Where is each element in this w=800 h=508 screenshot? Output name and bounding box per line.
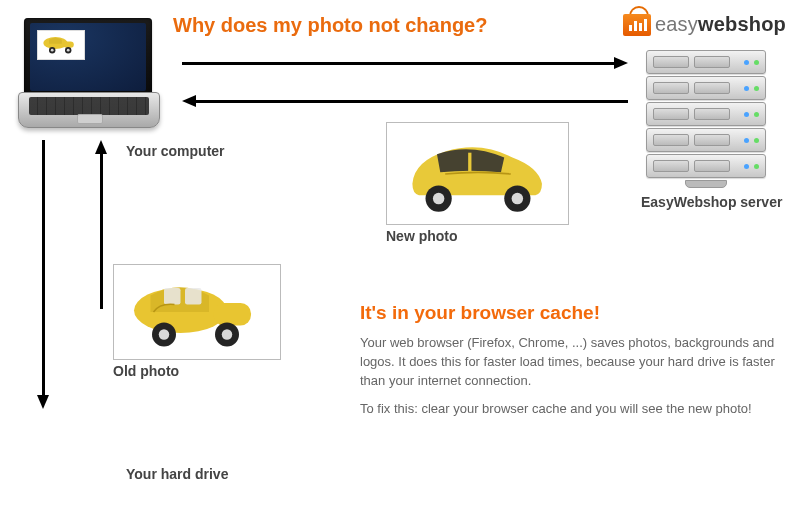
old-photo-frame xyxy=(113,264,281,360)
arrow-from-disk-head xyxy=(95,140,107,154)
arrow-response-head xyxy=(182,95,196,107)
new-photo-frame xyxy=(386,122,569,225)
explain-heading: It's in your browser cache! xyxy=(360,302,600,324)
caption-hard-drive: Your hard drive xyxy=(126,466,228,482)
arrow-request xyxy=(182,62,614,65)
shopping-bag-icon xyxy=(623,6,651,36)
brand-text: easywebshop xyxy=(655,13,786,36)
arrow-to-disk-head xyxy=(37,395,49,409)
brand-logo: easywebshop xyxy=(623,6,786,36)
svg-point-11 xyxy=(159,329,170,340)
svg-point-16 xyxy=(432,192,443,203)
explain-paragraph-2: To fix this: clear your browser cache an… xyxy=(360,400,780,419)
arrow-from-disk xyxy=(100,154,103,309)
arrow-response xyxy=(196,100,628,103)
explain-paragraph-1: Your web browser (Firefox, Chrome, ...) … xyxy=(360,334,780,391)
caption-computer: Your computer xyxy=(126,143,225,159)
caption-new-photo: New photo xyxy=(386,228,458,244)
svg-point-13 xyxy=(222,329,233,340)
arrow-request-head xyxy=(614,57,628,69)
server-icon xyxy=(646,50,766,188)
svg-point-5 xyxy=(67,49,70,52)
svg-rect-1 xyxy=(63,41,73,47)
svg-rect-9 xyxy=(185,288,202,305)
svg-rect-14 xyxy=(468,152,471,172)
new-car-icon xyxy=(396,132,560,216)
old-car-icon xyxy=(122,272,272,352)
laptop-thumbnail xyxy=(38,31,84,59)
svg-point-18 xyxy=(511,192,522,203)
svg-point-3 xyxy=(51,49,54,52)
old-car-icon xyxy=(41,34,81,56)
arrow-to-disk xyxy=(42,140,45,395)
svg-rect-8 xyxy=(164,288,181,305)
svg-rect-7 xyxy=(214,303,252,326)
page-title: Why does my photo not change? xyxy=(173,14,487,37)
caption-old-photo: Old photo xyxy=(113,363,179,379)
laptop-icon xyxy=(18,18,158,128)
caption-server: EasyWebshop server xyxy=(641,194,782,210)
